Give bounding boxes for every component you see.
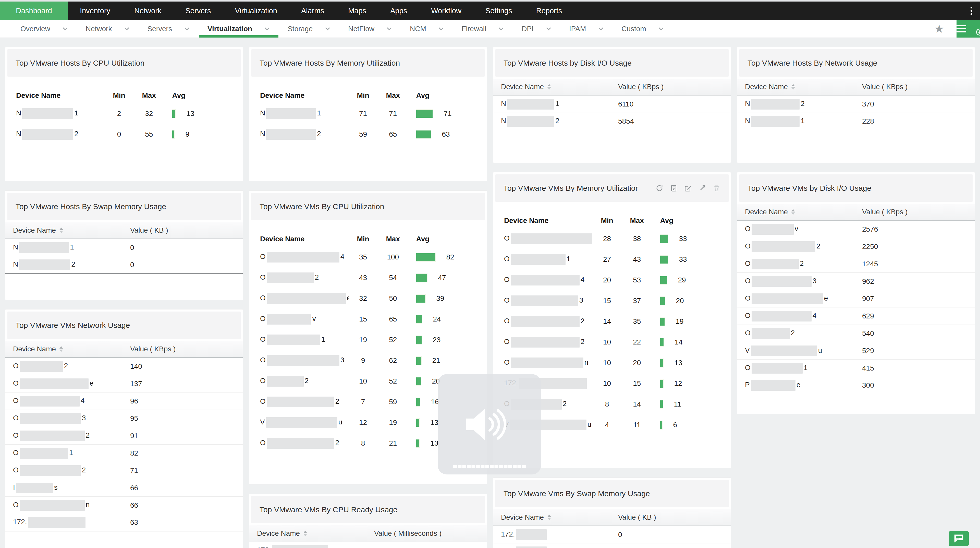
nav-network[interactable]: Network [122,2,173,20]
sort-device-name[interactable]: Device Name [501,513,618,521]
kebab-menu-icon[interactable] [970,5,972,17]
tab-storage[interactable]: Storage [285,20,345,38]
device-name-link[interactable]: Vu [745,346,862,356]
device-name-link[interactable]: 172. [257,545,374,548]
report-icon[interactable] [670,184,678,192]
device-name-link[interactable]: O3 [504,295,593,306]
device-name-link[interactable]: O2 [745,259,862,269]
edit-icon[interactable] [684,184,692,192]
device-name-link[interactable]: 172. [13,517,130,528]
device-name-link[interactable]: N1 [16,108,105,119]
device-name-link[interactable]: N1 [260,108,348,119]
device-name-link[interactable]: N1 [745,116,862,127]
chevron-down-icon[interactable] [185,25,189,30]
device-name-link[interactable]: O1 [504,254,593,265]
chevron-down-icon[interactable] [325,25,330,30]
device-name-link[interactable]: O2 [260,272,348,283]
refresh-icon[interactable] [655,184,663,192]
nav-inventory[interactable]: Inventory [68,2,122,20]
device-name-link[interactable]: N2 [260,129,348,140]
star-icon[interactable]: ★ [934,23,944,35]
sort-device-name[interactable]: Device Name [745,83,862,91]
tab-custom[interactable]: Custom [619,20,679,38]
sort-device-name[interactable]: Device Name [501,83,618,91]
device-name-link[interactable]: Oe [745,293,862,304]
tab-firewall[interactable]: Firewall [459,20,519,38]
sort-device-name[interactable]: Device Name [745,208,862,216]
device-name-link[interactable]: N2 [13,260,130,270]
device-name-link[interactable]: N2 [745,99,862,110]
nav-alarms[interactable]: Alarms [289,2,336,20]
tab-dpi[interactable]: DPI [519,20,566,38]
device-name-link[interactable]: Oe [13,378,130,389]
device-name-link[interactable]: O1 [13,448,130,459]
device-name-link[interactable]: O2 [13,361,130,372]
device-name-link[interactable]: On [13,500,130,511]
chevron-down-icon[interactable] [439,25,443,30]
nav-apps[interactable]: Apps [378,2,419,20]
sort-device-name[interactable]: Device Name [13,226,130,234]
device-name-link[interactable]: O2 [504,337,593,347]
add-dashboard-button[interactable] [956,20,980,38]
device-name-link[interactable]: Ov [260,314,348,325]
nav-reports[interactable]: Reports [524,2,574,20]
device-name-link[interactable]: O4 [745,311,862,322]
nav-dashboard[interactable]: Dashboard [0,2,68,20]
device-name-link[interactable]: N1 [501,99,618,110]
tab-netflow[interactable]: NetFlow [345,20,407,38]
device-name-link[interactable]: O2 [745,328,862,339]
device-name-link[interactable]: Is [13,483,130,493]
tab-ncm[interactable]: NCM [407,20,459,38]
device-name-link[interactable]: O2 [504,316,593,327]
resize-icon[interactable] [698,184,706,192]
nav-servers[interactable]: Servers [173,2,223,20]
device-name-link[interactable]: O2 [745,241,862,252]
device-name-link[interactable]: Oe [260,293,348,304]
device-name-link[interactable]: O3 [13,413,130,424]
device-name-link[interactable]: 172. [501,529,618,540]
nav-maps[interactable]: Maps [336,2,378,20]
device-name-link[interactable]: Oe [504,233,593,244]
chevron-down-icon[interactable] [599,25,603,30]
nav-workflow[interactable]: Workflow [419,2,473,20]
chevron-down-icon[interactable] [265,25,269,30]
delete-icon[interactable] [713,184,721,192]
device-name-link[interactable]: O2 [13,430,130,441]
chevron-down-icon[interactable] [499,25,503,30]
device-name-link[interactable]: O2 [260,438,348,449]
device-name-link[interactable]: O3 [260,355,348,366]
chat-button[interactable] [949,531,969,546]
tab-servers[interactable]: Servers [145,20,205,38]
tab-overview[interactable]: Overview [18,20,83,38]
tab-virtualization[interactable]: Virtualization [205,20,285,38]
chevron-down-icon[interactable] [63,25,67,30]
device-name-link[interactable]: N2 [501,116,618,127]
device-name-link[interactable]: O1 [260,335,348,345]
nav-virtualization[interactable]: Virtualization [223,2,289,20]
device-name-link[interactable]: O2 [13,465,130,476]
sort-device-name[interactable]: Device Name [13,345,130,353]
chevron-down-icon[interactable] [546,25,551,30]
tab-network[interactable]: Network [83,20,145,38]
device-name-link[interactable]: N2 [16,129,105,140]
device-name-link[interactable]: Vu [260,417,348,428]
device-name-link[interactable]: O4 [260,252,348,263]
device-name-link[interactable]: O3 [745,276,862,287]
device-name-link[interactable]: Ov [745,224,862,235]
device-name-link[interactable]: Pe [745,380,862,391]
tab-ipam[interactable]: IPAM [566,20,619,38]
nav-settings[interactable]: Settings [473,2,524,20]
device-name-link[interactable]: O4 [504,275,593,285]
chevron-down-icon[interactable] [659,25,663,30]
device-name-link[interactable]: N1 [13,242,130,253]
device-name-link[interactable]: O2 [260,397,348,407]
device-name-link[interactable]: O2 [260,376,348,387]
device-name-link[interactable]: O4 [13,396,130,406]
device-name-link[interactable]: O1 [745,363,862,374]
widget-top-vmware-hosts-by-cpu-utilization: Top VMware Hosts By CPU Utilization Devi… [5,47,243,181]
chevron-down-icon[interactable] [387,25,391,30]
device-name-link[interactable]: 172. [501,546,618,548]
device-name-link[interactable]: On [504,357,593,368]
sort-device-name[interactable]: Device Name [257,529,374,537]
chevron-down-icon[interactable] [124,25,129,30]
